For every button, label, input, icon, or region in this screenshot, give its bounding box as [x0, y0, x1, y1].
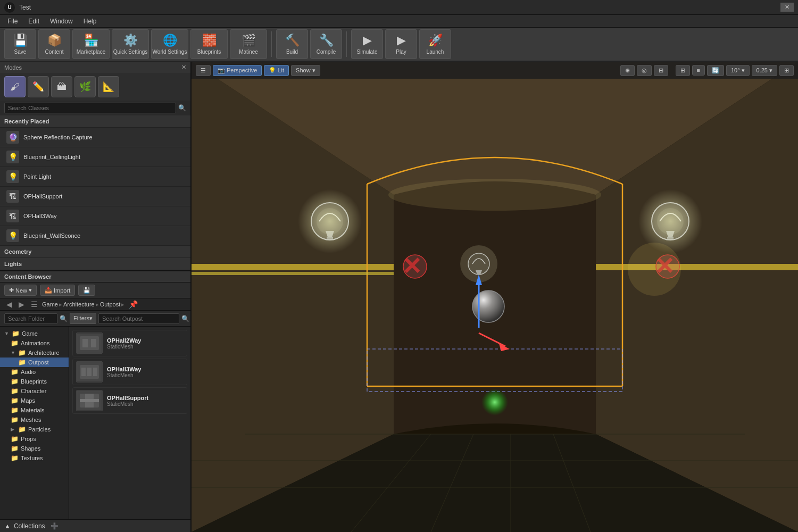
nav-lock[interactable]: 📌: [127, 300, 140, 309]
tree-item-audio[interactable]: 📁 Audio: [0, 367, 69, 377]
placed-item-ophallsupport[interactable]: 🏗 OPHallSupport: [0, 187, 190, 206]
mode-tool-geometry[interactable]: 📐: [98, 76, 119, 97]
placed-item-ceiling[interactable]: 💡 Blueprint_CeilingLight: [0, 147, 190, 167]
svg-point-51: [628, 243, 681, 296]
menu-help[interactable]: Help: [78, 16, 102, 26]
tree-item-textures[interactable]: 📁 Textures: [0, 453, 69, 463]
world-settings-button[interactable]: 🌐 World Settings: [151, 29, 188, 59]
content-search-input[interactable]: [98, 313, 179, 324]
matinee-button[interactable]: 🎬 Matinee: [230, 29, 267, 59]
play-button[interactable]: ▶ Play: [385, 29, 417, 59]
perspective-button[interactable]: 📷 Perspective: [213, 65, 262, 76]
viewport-menu-button[interactable]: ☰: [196, 65, 211, 76]
nav-back[interactable]: ◀: [4, 300, 14, 309]
new-button[interactable]: ✚ New ▾: [4, 285, 37, 296]
content-browser-nav: ◀ ▶ ☰ Game ▸ Architecture ▸ Outpost ▸ 📌: [0, 298, 190, 311]
play-icon: ▶: [397, 34, 406, 47]
placed-item-ophall3way[interactable]: 🏗 OPHall3Way: [0, 206, 190, 226]
tree-item-animations[interactable]: 📁 Animations: [0, 338, 69, 348]
vp-zoom[interactable]: 0.25 ▾: [752, 65, 777, 76]
vp-snap-scale[interactable]: ≡: [692, 65, 705, 76]
lit-button[interactable]: 💡 Lit: [264, 65, 289, 76]
modes-close[interactable]: ✕: [181, 64, 186, 71]
breadcrumb: Game ▸ Architecture ▸ Outpost ▸: [42, 301, 124, 308]
toolbar: 💾 Save 📦 Content 🏪 Marketplace ⚙️ Quick …: [0, 28, 798, 62]
content-button[interactable]: 📦 Content: [38, 29, 70, 59]
mode-tool-paint[interactable]: ✏️: [28, 76, 49, 97]
mode-tool-landscape[interactable]: 🏔: [51, 76, 72, 97]
new-label: New: [15, 287, 27, 294]
vp-mode-2[interactable]: ◎: [637, 65, 652, 76]
quick-settings-label: Quick Settings: [113, 49, 147, 55]
launch-button[interactable]: 🚀 Launch: [419, 29, 451, 59]
vp-extra[interactable]: ⊞: [779, 65, 794, 76]
import-button[interactable]: 📥 Import: [40, 285, 75, 296]
matinee-icon: 🎬: [242, 34, 256, 47]
nav-menu[interactable]: ☰: [29, 300, 40, 309]
content-browser-header: Content Browser: [0, 271, 190, 282]
collections-expand[interactable]: ▲: [4, 522, 11, 530]
tree-item-shapes[interactable]: 📁 Shapes: [0, 444, 69, 453]
simulate-icon: ▶: [363, 34, 372, 47]
collections-add[interactable]: ➕: [51, 522, 59, 530]
tree-item-blueprints[interactable]: 📁 Blueprints: [0, 377, 69, 386]
folder-search-input[interactable]: [4, 313, 57, 324]
mode-tool-place[interactable]: 🖌: [4, 76, 26, 97]
marketplace-button[interactable]: 🏪 Marketplace: [72, 29, 110, 59]
lit-label: Lit: [278, 67, 284, 73]
point-light-icon: 💡: [6, 170, 19, 183]
tree-item-game[interactable]: ▼ 📁 Game: [0, 329, 69, 338]
tree-item-meshes[interactable]: 📁 Meshes: [0, 415, 69, 425]
tree-item-props[interactable]: 📁 Props: [0, 434, 69, 444]
vp-mode-1[interactable]: ⊕: [620, 65, 635, 76]
ceiling-light-name: Blueprint_CeilingLight: [23, 154, 80, 160]
vp-angle[interactable]: 10° ▾: [726, 65, 750, 76]
recently-placed-category[interactable]: Recently Placed: [0, 115, 190, 128]
svg-rect-53: [192, 272, 394, 275]
vp-mode-3[interactable]: ⊞: [654, 65, 668, 76]
vp-grid[interactable]: ⊞: [676, 65, 690, 76]
tree-item-outpost[interactable]: 📁 Outpost: [0, 358, 69, 367]
filter-button[interactable]: Filters▾: [70, 313, 96, 324]
tree-item-architecture[interactable]: ▼ 📁 Architecture: [0, 348, 69, 358]
mode-tool-foliage[interactable]: 🌿: [74, 76, 96, 97]
lights-category[interactable]: Lights: [0, 258, 190, 270]
save-content-button[interactable]: 💾: [78, 285, 95, 296]
sphere-name: Sphere Reflection Capture: [23, 134, 93, 140]
placed-item-sphere[interactable]: 🔮 Sphere Reflection Capture: [0, 128, 190, 147]
breadcrumb-game[interactable]: Game: [42, 301, 58, 307]
compile-button[interactable]: 🔧 Compile: [310, 29, 342, 59]
build-button[interactable]: 🔨 Build: [276, 29, 308, 59]
close-button[interactable]: ✕: [780, 3, 794, 12]
tree-item-particles[interactable]: ▶ 📁 Particles: [0, 425, 69, 434]
menu-window[interactable]: Window: [45, 16, 78, 26]
tree-item-materials[interactable]: 📁 Materials: [0, 405, 69, 415]
viewport[interactable]: ✕ ✕: [192, 62, 798, 532]
main-layout: Modes ✕ 🖌 ✏️ 🏔 🌿 📐 🔍 Recently Placed 🔮: [0, 62, 798, 532]
blueprints-button[interactable]: 🧱 Blueprints: [190, 29, 228, 59]
breadcrumb-outpost[interactable]: Outpost: [100, 301, 121, 307]
toolbar-separator-2: [346, 31, 347, 57]
app-title: Test: [19, 4, 31, 11]
menu-edit[interactable]: Edit: [23, 16, 45, 26]
search-classes-input[interactable]: [4, 103, 176, 113]
tree-item-maps[interactable]: 📁 Maps: [0, 396, 69, 405]
menu-file[interactable]: File: [2, 16, 23, 26]
asset-ophallsupport[interactable]: OPHallSupport StaticMesh: [72, 387, 187, 414]
tree-item-character[interactable]: 📁 Character: [0, 386, 69, 396]
toolbar-separator: [271, 31, 272, 57]
content-search-icon: 🔍: [181, 315, 189, 322]
show-button[interactable]: Show ▾: [291, 65, 320, 76]
placed-item-wallsconce[interactable]: 💡 Blueprint_WallSconce: [0, 226, 190, 246]
save-button[interactable]: 💾 Save: [4, 29, 36, 59]
ophallsupport-name: OPHallSupport: [23, 193, 62, 200]
asset-ophall2way[interactable]: OPHall2Way StaticMesh: [72, 330, 187, 356]
simulate-button[interactable]: ▶ Simulate: [351, 29, 383, 59]
geometry-category[interactable]: Geometry: [0, 246, 190, 258]
placed-item-pointlight[interactable]: 💡 Point Light: [0, 167, 190, 187]
breadcrumb-architecture[interactable]: Architecture: [63, 301, 95, 307]
quick-settings-button[interactable]: ⚙️ Quick Settings: [112, 29, 149, 59]
asset-ophall3way[interactable]: OPHall3Way StaticMesh: [72, 359, 187, 385]
vp-snap-rot[interactable]: 🔄: [707, 65, 724, 76]
nav-forward[interactable]: ▶: [16, 300, 27, 309]
